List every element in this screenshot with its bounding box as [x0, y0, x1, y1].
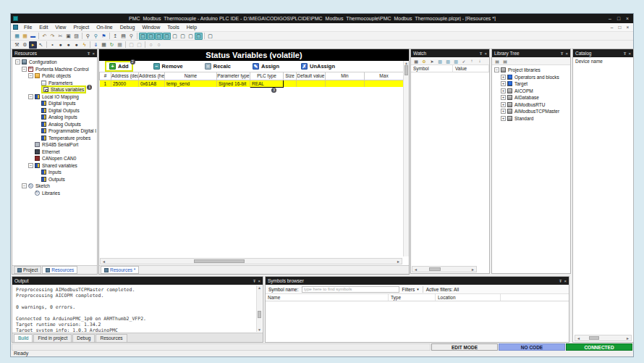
- bookmark-icon[interactable]: ⚑: [100, 33, 108, 40]
- tab-resources[interactable]: Resources: [96, 334, 127, 342]
- watch-grid-icon[interactable]: ▦: [116, 41, 124, 49]
- tree-item-canopen-can0[interactable]: CANopen CAN0: [13, 155, 96, 162]
- record-1-icon[interactable]: ○: [147, 41, 155, 49]
- menu-file[interactable]: File: [20, 25, 35, 30]
- close-icon[interactable]: ×: [624, 16, 631, 21]
- watch-pick-icon[interactable]: ➤: [428, 58, 436, 64]
- column-header-min[interactable]: Min: [326, 72, 365, 80]
- menu-on-line[interactable]: On-line: [93, 25, 116, 30]
- close-icon[interactable]: ×: [258, 279, 260, 283]
- column-header-address-dec[interactable]: Address (dec): [111, 72, 139, 80]
- cell-max[interactable]: [365, 80, 404, 87]
- new-project-icon[interactable]: ▦: [13, 33, 21, 40]
- menu-window[interactable]: Window: [138, 25, 164, 30]
- close-icon[interactable]: ×: [484, 51, 487, 56]
- print-preview-icon[interactable]: ⚲: [127, 33, 135, 40]
- column-header-address-hex[interactable]: Address (hex): [139, 72, 165, 80]
- toggle-watch-icon[interactable]: ▢: [163, 33, 171, 40]
- tree-item-local-io-mapping[interactable]: −Local IO Mapping: [13, 93, 96, 101]
- build-all-icon[interactable]: ⚙: [21, 41, 29, 49]
- expander-icon[interactable]: −: [494, 67, 499, 72]
- toggle-output-icon[interactable]: ▢: [155, 33, 163, 40]
- tree-item-digital-outputs[interactable]: Digital Outputs: [13, 107, 96, 114]
- menu-tools[interactable]: Tools: [164, 25, 182, 30]
- catalog-horizontal-scrollbar[interactable]: ◄ ►: [575, 335, 632, 341]
- remove-button[interactable]: −Remove: [153, 63, 183, 70]
- library-add-icon[interactable]: ▤: [493, 58, 501, 64]
- full-screen-icon[interactable]: ▢: [206, 33, 214, 40]
- column-header-plc-type[interactable]: PLC type: [250, 72, 284, 80]
- scroll-thumb[interactable]: [589, 336, 599, 340]
- tree-item-project-libraries[interactable]: −Project libraries: [492, 67, 570, 74]
- download-code-icon[interactable]: ⇓: [92, 41, 100, 49]
- symbol-search-input[interactable]: [302, 286, 399, 293]
- expander-icon[interactable]: +: [501, 95, 506, 100]
- scroll-thumb[interactable]: [258, 311, 261, 318]
- cell-plc-type[interactable]: REAL: [250, 80, 284, 87]
- cell-min[interactable]: [326, 80, 365, 87]
- editor-vertical-scrollbar[interactable]: ▲: [403, 61, 409, 256]
- watch-horizontal-scrollbar[interactable]: ◄ ►: [412, 266, 477, 272]
- tree-item-aicopm[interactable]: +AICOPM: [492, 88, 570, 95]
- breakpoint-icon[interactable]: •: [48, 41, 56, 49]
- tree-item-target[interactable]: +Target: [492, 80, 570, 88]
- recalc-button[interactable]: ≡Recalc: [205, 63, 231, 70]
- unassign-button[interactable]: ✗UnAssign: [301, 63, 335, 70]
- toggle-oscilloscope-icon[interactable]: ▢: [187, 33, 195, 40]
- expander-icon[interactable]: −: [28, 163, 33, 168]
- cell-default-value[interactable]: [297, 80, 326, 87]
- menu-project[interactable]: Project: [69, 25, 93, 30]
- scroll-thumb[interactable]: [429, 267, 441, 271]
- pin-icon[interactable]: Ŧ: [559, 279, 562, 283]
- tree-item-digital-inputs[interactable]: Digital Inputs: [13, 100, 96, 107]
- watch-options-icon[interactable]: ⚙: [420, 58, 428, 64]
- undo-icon[interactable]: ↶: [41, 33, 48, 40]
- scroll-up-icon[interactable]: ▲: [257, 285, 262, 290]
- expander-icon[interactable]: −: [15, 59, 20, 64]
- scroll-up-icon[interactable]: ▲: [404, 61, 409, 65]
- find-in-project-icon[interactable]: ⚲: [92, 33, 100, 40]
- disabled-2-icon[interactable]: ▢: [135, 41, 143, 49]
- tree-item-operators-and-blocks[interactable]: +Operators and blocks: [492, 74, 570, 81]
- scroll-left-icon[interactable]: ◄: [101, 259, 107, 264]
- watch-chart-2-icon[interactable]: ▥: [444, 58, 452, 64]
- column-header-name[interactable]: Name: [266, 294, 389, 301]
- tree-item-public-objects[interactable]: −Public objects: [13, 72, 96, 80]
- close-icon[interactable]: ×: [564, 279, 567, 283]
- tree-item-outputs[interactable]: Outputs: [13, 176, 96, 183]
- paste-icon[interactable]: ▨: [72, 33, 80, 40]
- close-icon[interactable]: ×: [565, 51, 568, 56]
- expander-icon[interactable]: −: [28, 94, 33, 99]
- tree-item-portenta-machine-control[interactable]: −Portenta Machine Control: [13, 66, 96, 73]
- expander-icon[interactable]: −: [22, 67, 27, 72]
- toggle-library-tree-icon[interactable]: ▢: [195, 33, 203, 40]
- tree-item-ethernet[interactable]: Ethernet: [13, 149, 96, 156]
- tree-item-rs485-serialport[interactable]: RS485 SerialPort: [13, 141, 96, 149]
- output-vertical-scrollbar[interactable]: ▲ ▼: [256, 285, 262, 332]
- scroll-thumb[interactable]: [194, 259, 245, 263]
- toggle-symbols-icon[interactable]: ▢: [179, 33, 187, 40]
- close-icon[interactable]: ×: [628, 51, 631, 56]
- tab-find-in-project[interactable]: Find in project: [33, 334, 72, 342]
- column-header-max[interactable]: Max: [365, 72, 404, 80]
- run-mode-icon[interactable]: ▸: [29, 41, 37, 49]
- cell-address-dec[interactable]: 25000: [111, 80, 139, 87]
- child-maximize-icon[interactable]: □: [617, 25, 623, 30]
- watch-chart-1-icon[interactable]: ▥: [436, 58, 444, 64]
- save-project-icon[interactable]: ▬: [29, 33, 37, 40]
- tab-resources-doc[interactable]: Resources *: [101, 266, 139, 274]
- library-refresh-icon[interactable]: ▤: [501, 58, 509, 64]
- expander-icon[interactable]: −: [22, 183, 27, 188]
- pin-icon[interactable]: Ŧ: [480, 51, 483, 56]
- tree-item-aidatabase[interactable]: +AIDatabase: [492, 94, 570, 101]
- cell-address-hex[interactable]: 0x61A8: [139, 80, 165, 87]
- expander-icon[interactable]: +: [501, 88, 506, 93]
- menu-view[interactable]: View: [51, 25, 69, 30]
- watch-move-up-icon[interactable]: ↑: [468, 58, 475, 64]
- pin-icon[interactable]: Ŧ: [88, 51, 90, 56]
- tree-item-temperature-probes[interactable]: Temperature probes: [13, 135, 96, 142]
- expander-icon[interactable]: −: [28, 73, 33, 78]
- menu-debug[interactable]: Debug: [116, 25, 139, 30]
- child-minimize-icon[interactable]: –: [609, 25, 615, 30]
- expander-icon[interactable]: +: [501, 102, 506, 107]
